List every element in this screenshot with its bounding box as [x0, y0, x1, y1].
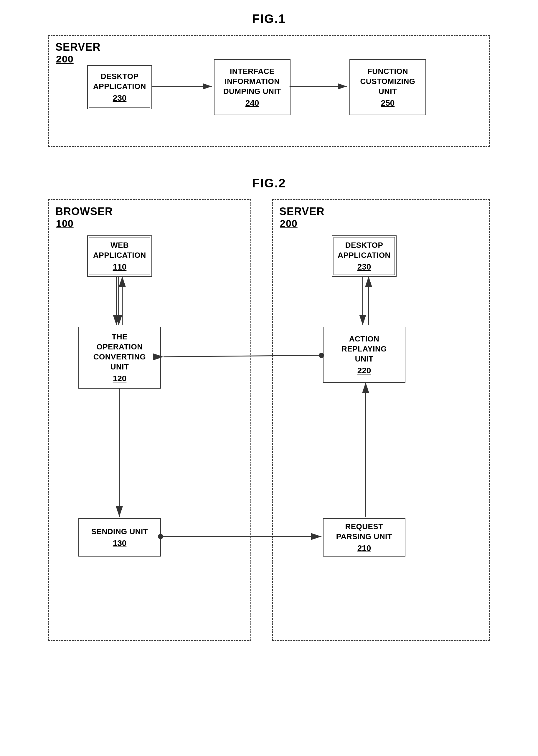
fig1-server-container: SERVER 200 DESKTOPAPPLICATION 230 INTERF… [48, 35, 490, 147]
fig2-arrows [48, 199, 490, 656]
fig2-title: FIG.2 [18, 176, 520, 190]
fig1-server-label: SERVER 200 [55, 41, 100, 65]
page: FIG.1 SERVER 200 DESKTOPAPPLICATION 230 … [0, 0, 538, 756]
fig1-function-cust-box: FUNCTIONCUSTOMIZINGUNIT 250 [350, 59, 426, 115]
fig2-section: FIG.2 BROWSER 100 WEBAPPLICATION 110 THE… [18, 176, 520, 656]
fig1-section: FIG.1 SERVER 200 DESKTOPAPPLICATION 230 … [18, 12, 520, 147]
svg-point-15 [319, 353, 324, 358]
fig1-title: FIG.1 [18, 12, 520, 26]
fig1-interface-info-box: INTERFACEINFORMATIONDUMPING UNIT 240 [214, 59, 291, 115]
svg-line-14 [164, 355, 321, 357]
fig2-wrapper: BROWSER 100 WEBAPPLICATION 110 THEOPERAT… [48, 199, 490, 656]
fig1-desktop-app-box: DESKTOPAPPLICATION 230 [87, 65, 152, 109]
svg-point-17 [158, 534, 163, 539]
